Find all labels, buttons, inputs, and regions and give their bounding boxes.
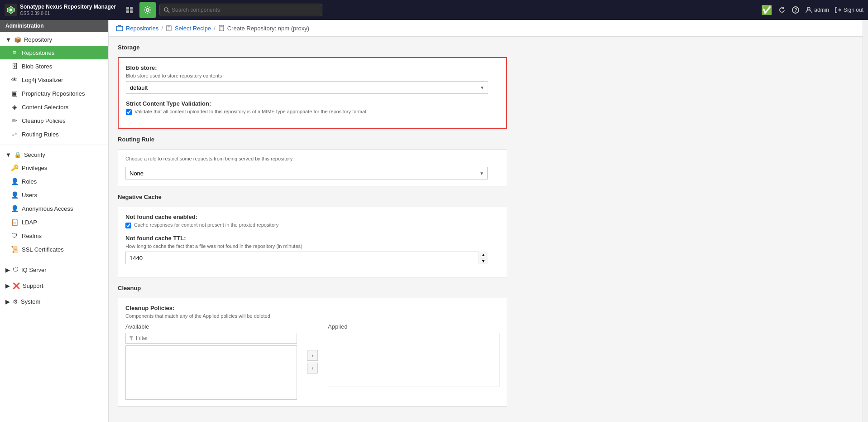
user-menu[interactable]: admin bbox=[805, 6, 829, 14]
scrollbar[interactable] bbox=[863, 20, 868, 422]
form-content: Storage Blob store: Blob store used to s… bbox=[109, 37, 516, 421]
routing-rule-section: Routing Rule Choose a rule to restrict s… bbox=[118, 136, 507, 186]
svg-rect-5 bbox=[130, 10, 133, 13]
help-icon: ? bbox=[791, 6, 800, 14]
breadcrumb-repositories[interactable]: Repositories bbox=[126, 25, 158, 32]
sidebar-item-realms[interactable]: 🛡 Realms bbox=[0, 229, 108, 243]
svg-marker-21 bbox=[129, 336, 134, 340]
sidebar-group-support[interactable]: ▶ ❌ Support bbox=[0, 280, 108, 292]
blob-store-select[interactable]: default bbox=[126, 81, 488, 94]
sidebar-item-label-proprietary: Proprietary Repositories bbox=[22, 90, 85, 97]
sidebar-item-log4j[interactable]: 👁 Log4j Visualizer bbox=[0, 73, 108, 87]
move-right-button[interactable]: › bbox=[307, 350, 318, 361]
sidebar-item-roles[interactable]: 👤 Roles bbox=[0, 175, 108, 188]
svg-rect-4 bbox=[126, 10, 129, 13]
svg-rect-2 bbox=[126, 7, 129, 10]
svg-point-11 bbox=[807, 7, 810, 10]
not-found-cache-desc: Cache responses for content not present … bbox=[134, 222, 278, 228]
search-input[interactable] bbox=[172, 7, 318, 13]
ttl-spinner-up[interactable]: ▲ bbox=[479, 252, 488, 258]
topbar: Sonatype Nexus Repository Manager OSS 3.… bbox=[0, 0, 868, 20]
routing-rule-select-wrapper: None bbox=[125, 167, 488, 179]
repository-group-icon: 📦 bbox=[14, 36, 21, 43]
strict-content-checkbox[interactable] bbox=[126, 109, 132, 115]
filter-icon bbox=[129, 335, 134, 341]
svg-point-7 bbox=[164, 8, 168, 11]
repositories-icon: ≡ bbox=[11, 49, 18, 56]
ttl-spinner-down[interactable]: ▼ bbox=[479, 258, 488, 265]
sidebar-item-anonymous-access[interactable]: 👤 Anonymous Access bbox=[0, 202, 108, 215]
content-selectors-icon: ◈ bbox=[11, 103, 18, 111]
support-icon: ❌ bbox=[13, 282, 20, 289]
sidebar-item-users[interactable]: 👤 Users bbox=[0, 188, 108, 202]
sidebar-item-proprietary[interactable]: ▣ Proprietary Repositories bbox=[0, 87, 108, 100]
app-title: Sonatype Nexus Repository Manager OSS 3.… bbox=[20, 4, 116, 17]
anonymous-icon: 👤 bbox=[11, 205, 18, 212]
sidebar-item-content-selectors[interactable]: ◈ Content Selectors bbox=[0, 100, 108, 114]
sidebar-item-routing-rules[interactable]: ⇌ Routing Rules bbox=[0, 127, 108, 141]
logo-icon bbox=[5, 4, 17, 16]
not-found-cache-checkbox-row: Cache responses for content not present … bbox=[125, 222, 499, 228]
nav-icons bbox=[121, 2, 156, 18]
blob-store-select-wrapper: default bbox=[126, 81, 488, 94]
cleanup-available-col: Available bbox=[125, 323, 297, 400]
cleanup-applied-label: Applied bbox=[328, 323, 499, 330]
sidebar-item-blob-stores[interactable]: 🗄 Blob Stores bbox=[0, 59, 108, 73]
move-left-button[interactable]: ‹ bbox=[307, 363, 318, 373]
sidebar-item-ldap[interactable]: 📋 LDAP bbox=[0, 215, 108, 229]
cleanup-filter-wrapper bbox=[125, 333, 297, 344]
privileges-icon: 🔑 bbox=[11, 164, 18, 171]
search-icon bbox=[163, 7, 170, 13]
iq-icon: 🛡 bbox=[13, 267, 19, 273]
signout-button[interactable]: Sign out bbox=[834, 6, 863, 14]
sidebar-section-repository: ▼ 📦 Repository ≡ Repositories 🗄 Blob Sto… bbox=[0, 32, 108, 143]
routing-rule-select[interactable]: None bbox=[125, 167, 488, 179]
storage-label: Storage bbox=[118, 44, 507, 53]
recipe-icon bbox=[166, 25, 172, 31]
security-group-icon: 🔒 bbox=[14, 151, 21, 158]
chevron-right-icon-system: ▶ bbox=[5, 298, 10, 305]
create-repo-icon bbox=[218, 25, 225, 31]
sidebar-group-repository[interactable]: ▼ 📦 Repository bbox=[0, 34, 108, 46]
sidebar: Administration ▼ 📦 Repository ≡ Reposito… bbox=[0, 20, 109, 422]
chevron-right-icon-iq: ▶ bbox=[5, 267, 10, 273]
cleanup-filter-input[interactable] bbox=[136, 335, 294, 341]
sidebar-item-privileges[interactable]: 🔑 Privileges bbox=[0, 161, 108, 175]
breadcrumb-current: Create Repository: npm (proxy) bbox=[227, 25, 309, 32]
sidebar-section-support: ▶ ❌ Support bbox=[0, 278, 108, 294]
status-indicator[interactable]: ✅ bbox=[761, 5, 772, 15]
sidebar-item-label-ldap: LDAP bbox=[22, 219, 37, 226]
sidebar-item-ssl-certificates[interactable]: 📜 SSL Certificates bbox=[0, 243, 108, 256]
sidebar-group-label-repository: Repository bbox=[24, 36, 52, 43]
sidebar-item-label-privileges: Privileges bbox=[22, 165, 47, 171]
log4j-icon: 👁 bbox=[11, 76, 18, 83]
components-icon[interactable] bbox=[121, 2, 138, 18]
refresh-button[interactable] bbox=[778, 6, 786, 14]
sidebar-item-repositories[interactable]: ≡ Repositories bbox=[0, 46, 108, 59]
strict-content-label: Strict Content Type Validation: bbox=[126, 100, 499, 107]
sidebar-item-cleanup-policies[interactable]: ✏ Cleanup Policies bbox=[0, 114, 108, 127]
cleanup-policies-label: Cleanup Policies: bbox=[125, 305, 499, 311]
ldap-icon: 📋 bbox=[11, 218, 18, 226]
cleanup-available-label: Available bbox=[125, 323, 297, 330]
negative-cache-section: Negative Cache Not found cache enabled: … bbox=[118, 194, 507, 277]
app-logo: Sonatype Nexus Repository Manager OSS 3.… bbox=[5, 4, 116, 17]
chevron-down-icon-security: ▼ bbox=[5, 151, 11, 158]
breadcrumb-select-recipe[interactable]: Select Recipe bbox=[175, 25, 211, 32]
settings-icon[interactable] bbox=[139, 2, 156, 18]
blob-store-desc: Blob store used to store repository cont… bbox=[126, 73, 499, 78]
sidebar-item-label-ssl: SSL Certificates bbox=[22, 246, 64, 253]
not-found-cache-checkbox[interactable] bbox=[125, 223, 131, 228]
divider-2 bbox=[0, 260, 108, 260]
proprietary-icon: ▣ bbox=[11, 90, 18, 97]
ttl-input[interactable] bbox=[125, 252, 488, 264]
help-button[interactable]: ? bbox=[791, 6, 800, 14]
search-bar[interactable] bbox=[159, 4, 322, 16]
chevron-right-icon-support: ▶ bbox=[5, 282, 10, 289]
sidebar-group-security[interactable]: ▼ 🔒 Security bbox=[0, 149, 108, 161]
repositories-breadcrumb-icon bbox=[116, 24, 123, 32]
admin-label: Administration bbox=[0, 20, 108, 32]
blob-store-label: Blob store: bbox=[126, 64, 499, 71]
sidebar-group-system[interactable]: ▶ ⚙ System bbox=[0, 296, 108, 308]
sidebar-group-iq[interactable]: ▶ 🛡 IQ Server bbox=[0, 264, 108, 276]
